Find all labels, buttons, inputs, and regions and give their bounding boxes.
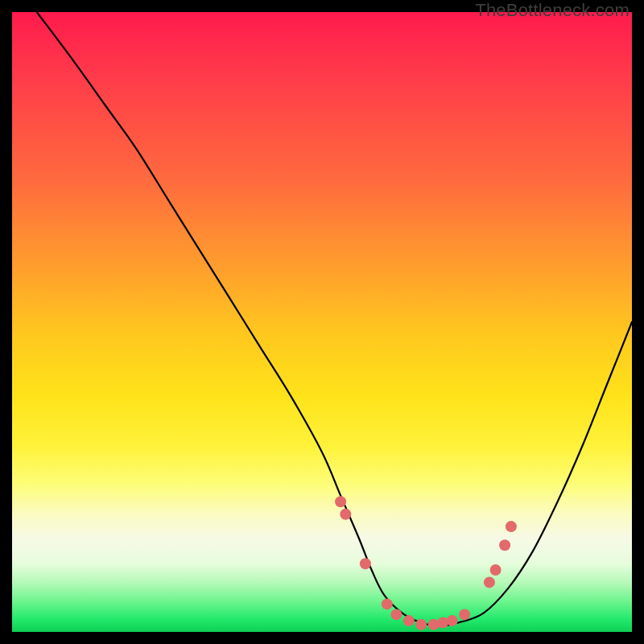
highlight-marker	[437, 617, 448, 629]
highlight-marker	[415, 619, 427, 630]
highlight-marker	[499, 539, 510, 551]
highlight-marker	[484, 576, 495, 588]
highlight-marker	[335, 496, 346, 507]
highlight-marker	[340, 509, 351, 520]
chart-frame: TheBottleneck.com	[0, 0, 644, 644]
highlight-marker-group	[335, 496, 517, 630]
highlight-marker	[360, 558, 371, 569]
highlight-marker	[459, 609, 470, 620]
highlight-marker	[382, 598, 393, 609]
highlight-marker	[490, 564, 502, 576]
bottleneck-chart-svg	[12, 12, 632, 632]
highlight-marker	[506, 521, 517, 532]
highlight-marker	[390, 609, 402, 620]
bottleneck-curve-line	[37, 12, 632, 625]
highlight-marker	[403, 615, 415, 626]
watermark-text: TheBottleneck.com	[475, 0, 630, 21]
highlight-marker	[447, 615, 458, 626]
